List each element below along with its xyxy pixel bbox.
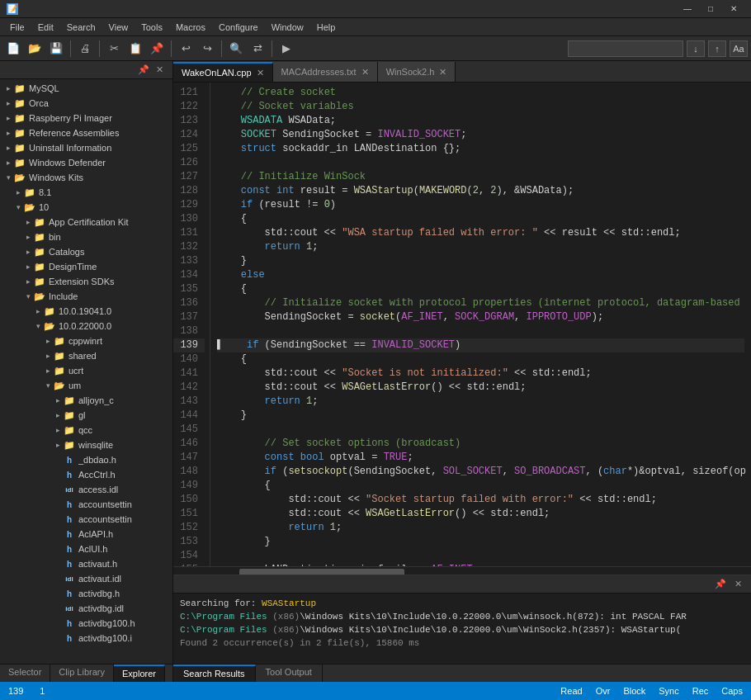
tree-item[interactable]: ▸📁Windows Defender: [0, 155, 172, 170]
tree-item[interactable]: h_dbdao.h: [0, 452, 172, 467]
tab-macaddresses[interactable]: MACAddresses.txt ✕: [273, 62, 378, 82]
tree-item[interactable]: hAclUI.h: [0, 542, 172, 556]
tree-item[interactable]: ▸📁qcc: [0, 423, 172, 438]
menu-edit[interactable]: Edit: [31, 21, 60, 34]
tree-item[interactable]: ▾📂Windows Kits: [0, 170, 172, 185]
tree-item[interactable]: idlactivaut.idl: [0, 571, 172, 586]
tab-close-winsock2[interactable]: ✕: [439, 67, 446, 78]
tree-item-label: _dbdao.h: [78, 455, 116, 465]
line-number: 126: [173, 156, 205, 170]
tree-item[interactable]: ▸📁Raspberry Pi Imager: [0, 111, 172, 125]
tree-item[interactable]: ▸📁Reference Assemblies: [0, 125, 172, 140]
line-number: 139: [173, 338, 205, 352]
replace-button[interactable]: ⇄: [248, 39, 267, 59]
tree-item[interactable]: ▸📁alljoyn_c: [0, 393, 172, 408]
status-right: Read Ovr Block Sync Rec Caps: [560, 686, 743, 696]
tree-item[interactable]: ▸📁cppwinrt: [0, 333, 172, 348]
open-button[interactable]: 📂: [25, 39, 45, 59]
tree-item[interactable]: ▸📁10.0.19041.0: [0, 304, 172, 319]
run-button[interactable]: ▶: [276, 39, 296, 59]
tree-item[interactable]: hactivdbg100.h: [0, 616, 172, 631]
menu-configure[interactable]: Configure: [212, 21, 265, 34]
tree-item[interactable]: ▸📁8.1: [0, 185, 172, 200]
editor-area: WakeOnLAN.cpp ✕ MACAddresses.txt ✕ WinSo…: [173, 61, 751, 682]
tree-item[interactable]: ▸📁MySQL: [0, 81, 172, 96]
bp-tab-search-results[interactable]: Search Results: [173, 665, 256, 682]
save-button[interactable]: 💾: [46, 39, 66, 59]
tree-item[interactable]: ▸📁App Certification Kit: [0, 215, 172, 229]
find-case-button[interactable]: Aa: [730, 40, 748, 57]
tree-item[interactable]: hactivdbg100.i: [0, 631, 172, 646]
menu-view[interactable]: View: [102, 21, 135, 34]
bottom-panel-controls: 📌 ✕: [712, 579, 744, 589]
tree-item[interactable]: ▸📁Uninstall Information: [0, 140, 172, 155]
line-number: 142: [173, 381, 205, 395]
tree-item[interactable]: hactivdbg.h: [0, 586, 172, 601]
find-button[interactable]: 🔍: [226, 39, 246, 59]
toolbar-sep5: [272, 40, 272, 57]
tree-item[interactable]: ▸📁Orca: [0, 96, 172, 111]
tree-item[interactable]: hAclAPI.h: [0, 527, 172, 542]
tab-winsock2[interactable]: WinSock2.h ✕: [378, 62, 456, 82]
tree-item[interactable]: ▸📁bin: [0, 229, 172, 244]
tree-item[interactable]: ▸📁winsqlite: [0, 438, 172, 452]
code-content[interactable]: // Create socket // Socket variables WSA…: [210, 83, 751, 566]
tab-close-macaddresses[interactable]: ✕: [361, 67, 369, 78]
maximize-button[interactable]: □: [700, 1, 721, 17]
tree-item[interactable]: ▾📂um: [0, 378, 172, 393]
tree-item[interactable]: idlaccess.idl: [0, 482, 172, 497]
sidebar-tree[interactable]: ▸📁MySQL▸📁Orca▸📁Raspberry Pi Imager▸📁Refe…: [0, 79, 172, 664]
new-button[interactable]: 📄: [3, 39, 23, 59]
copy-button[interactable]: 📋: [125, 39, 145, 59]
menu-search[interactable]: Search: [60, 21, 102, 34]
find-incrementally-input[interactable]: [568, 40, 683, 57]
tab-explorer[interactable]: Explorer: [114, 665, 165, 682]
tree-item[interactable]: ▸📁shared: [0, 348, 172, 363]
folder-icon: 📁: [63, 438, 76, 452]
bp-pin-button[interactable]: 📌: [712, 579, 729, 589]
tree-item[interactable]: hAccCtrl.h: [0, 467, 172, 482]
menu-file[interactable]: File: [3, 21, 31, 34]
line-number: 123: [173, 114, 205, 128]
line-number: 137: [173, 310, 205, 324]
find-next-button[interactable]: ↑: [708, 40, 726, 57]
cut-button[interactable]: ✂: [104, 39, 124, 59]
code-line: // Set socket options (broadcast): [217, 437, 744, 451]
tab-close-wakeonlan[interactable]: ✕: [257, 68, 264, 78]
tree-item[interactable]: ▸📁DesignTime: [0, 259, 172, 274]
tab-clip-library[interactable]: Clip Library: [50, 665, 114, 682]
tab-selector[interactable]: Selector: [0, 665, 50, 682]
menu-macros[interactable]: Macros: [169, 21, 212, 34]
horizontal-scrollbar[interactable]: [173, 566, 751, 575]
tab-wakeonlan-cpp[interactable]: WakeOnLAN.cpp ✕: [173, 62, 273, 82]
minimize-button[interactable]: —: [677, 1, 698, 17]
tree-item[interactable]: ▸📁gl: [0, 408, 172, 423]
sidebar-pin-button[interactable]: 📌: [135, 64, 152, 75]
tree-item[interactable]: hactivaut.h: [0, 556, 172, 571]
menu-window[interactable]: Window: [265, 21, 310, 34]
print-button[interactable]: 🖨: [75, 39, 95, 59]
paste-button[interactable]: 📌: [147, 39, 167, 59]
tree-item[interactable]: ▸📁Extension SDKs: [0, 274, 172, 289]
menu-help[interactable]: Help: [310, 21, 342, 34]
tree-item[interactable]: ▾📂Include: [0, 289, 172, 304]
bp-tab-tool-output[interactable]: Tool Output: [256, 665, 323, 682]
tree-item[interactable]: haccountsettin: [0, 512, 172, 527]
tree-item[interactable]: ▸📁ucrt: [0, 363, 172, 378]
tree-item[interactable]: ▾📂10.0.22000.0: [0, 319, 172, 333]
code-line: if (setsockopt(SendingSocket, SOL_SOCKET…: [217, 465, 744, 479]
undo-button[interactable]: ↩: [176, 39, 196, 59]
close-button[interactable]: ✕: [723, 1, 744, 17]
tree-item[interactable]: idlactivdbg.idl: [0, 601, 172, 616]
tree-item[interactable]: ▸📁Catalogs: [0, 244, 172, 259]
tree-item[interactable]: ▾📂10: [0, 200, 172, 215]
tree-arrow-icon: ▸: [43, 352, 53, 360]
sidebar-close-button[interactable]: ✕: [154, 64, 166, 75]
tree-item[interactable]: haccountsettin: [0, 497, 172, 512]
line-number: 138: [173, 324, 205, 338]
redo-button[interactable]: ↪: [197, 39, 217, 59]
menu-tools[interactable]: Tools: [135, 21, 169, 34]
tree-arrow-icon: ▸: [3, 158, 13, 167]
find-prev-button[interactable]: ↓: [687, 40, 705, 57]
bp-close-button[interactable]: ✕: [732, 579, 744, 589]
